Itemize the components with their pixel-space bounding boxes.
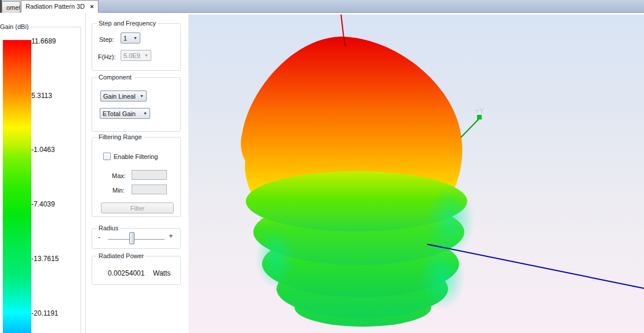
filter-button[interactable]: Filter [101,202,174,213]
min-input[interactable] [132,184,167,194]
gain-type-value: Gain Lineal [103,93,136,100]
tab-radiation-pattern-3d[interactable]: Radiation Pattern 3D × [21,0,99,13]
tab-radiation-pattern-label: Radiation Pattern 3D [26,3,85,10]
colorbar-tick-0: 11.6689 [31,37,79,45]
max-label: Max: [112,172,126,179]
radius-group: Radius - + [92,228,181,249]
enable-filtering-label: Enable Filtering [114,153,158,160]
radius-plus-label: + [169,231,173,240]
colorbar-tick-4: -13.7615 [31,255,79,263]
y-axis-arrowhead [477,115,482,120]
component-title: Component [97,74,133,81]
field-component-dropdown[interactable]: ETotal Gain ▼ [100,108,150,119]
step-label: Step: [99,36,114,43]
tab-bar: ometry Radiation Pattern 3D × [0,0,644,13]
left-panel: Gain (dBi) 11.6689 5.3113 -1.0463 -7.403… [0,13,188,333]
chevron-down-icon: ▼ [144,53,148,57]
gain-type-dropdown[interactable]: Gain Lineal ▼ [100,91,147,102]
radiated-power-value: 0.00254001 [108,269,144,277]
component-group: Component Gain Lineal ▼ ETotal Gain ▼ [92,77,181,132]
chevron-down-icon: ▼ [133,36,137,40]
step-dropdown[interactable]: 1 ▼ [121,32,140,44]
enable-filtering-checkbox[interactable] [103,153,111,160]
teal-highlight [419,243,465,310]
filter-button-label: Filter [130,205,144,212]
max-input[interactable] [132,170,167,180]
radius-slider-thumb[interactable] [129,232,134,244]
colorbar-tick-3: -7.4039 [31,200,79,208]
y-axis-line [461,118,479,137]
min-label: Min: [112,187,125,194]
field-component-value: ETotal Gain [103,110,136,117]
radiated-power-group: Radiated Power 0.00254001 Watts [92,256,181,285]
radius-minus-label: - [98,233,100,241]
colorbar-tick-1: 5.3113 [31,92,79,100]
gain-colorbar-group: Gain (dBi) [0,27,81,333]
gain-colorbar-title: Gain (dBi) [0,23,31,30]
chevron-down-icon: ▼ [143,111,147,115]
gain-colorbar [3,40,31,333]
radius-slider-track[interactable] [108,239,165,240]
tab-geometry-label: ometry [6,4,20,11]
radiation-pattern-plot: +Y [188,15,644,333]
panel-separator [85,13,86,333]
chevron-down-icon: ▼ [140,94,144,98]
filtering-range-group: Filtering Range Enable Filtering Max: Mi… [92,137,181,217]
filtering-range-title: Filtering Range [97,133,144,140]
colorbar-tick-2: -1.0463 [31,146,79,154]
z-axis-line [341,15,344,38]
frequency-label: F(Hz): [98,53,116,60]
step-dropdown-value: 1 [123,35,127,42]
step-frequency-group: Step and Frequency Step: 1 ▼ F(Hz): 5.0E… [92,23,181,71]
frequency-dropdown-value: 5.0E9 [123,52,140,59]
radiated-power-unit: Watts [153,269,170,277]
viewport-3d[interactable]: +Y [188,15,644,333]
step-frequency-title: Step and Frequency [97,20,158,27]
tab-geometry[interactable]: ometry [2,1,20,13]
teal-highlight [256,228,295,288]
radius-title: Radius [97,225,120,231]
y-axis-label: +Y [475,106,485,115]
colorbar-tick-5: -20.1191 [31,309,79,317]
frequency-dropdown: 5.0E9 ▼ [121,50,151,61]
radiated-power-title: Radiated Power [97,252,145,259]
tab-close-icon[interactable]: × [90,3,93,10]
